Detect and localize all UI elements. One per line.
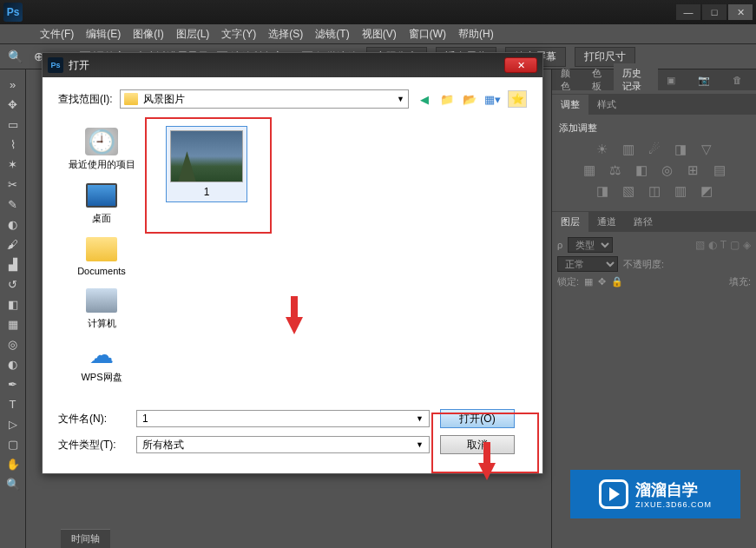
marquee-tool-icon[interactable]: ▭ <box>3 115 23 134</box>
balance-icon[interactable]: ⚖ <box>607 162 624 178</box>
collapse-icon[interactable]: » <box>3 75 23 94</box>
wand-tool-icon[interactable]: ✶ <box>3 155 23 174</box>
lock-pixels-icon[interactable]: ▦ <box>584 276 593 287</box>
tab-layers[interactable]: 图层 <box>552 212 588 232</box>
layers-panel-tabs: 图层 通道 路径 <box>552 211 756 232</box>
filetype-label: 文件类型(T): <box>58 438 126 452</box>
path-tool-icon[interactable]: ▷ <box>3 414 23 433</box>
menu-view[interactable]: 视图(V) <box>357 25 402 43</box>
menu-image[interactable]: 图像(I) <box>128 25 168 43</box>
minimize-button[interactable]: — <box>676 4 700 20</box>
mixer-icon[interactable]: ⊞ <box>685 162 702 178</box>
place-recent[interactable]: 🕘 最近使用的项目 <box>62 124 141 175</box>
opacity-label: 不透明度: <box>623 258 664 271</box>
blend-mode-select[interactable]: 正常 <box>557 256 618 272</box>
place-computer[interactable]: 计算机 <box>62 283 141 333</box>
layer-filter-select[interactable]: 类型 <box>568 237 613 253</box>
gradient-map-icon[interactable]: ▥ <box>672 183 689 199</box>
new-snapshot-icon[interactable]: ▣ <box>658 71 684 89</box>
filetype-value: 所有格式 <box>142 438 184 452</box>
menu-bar: 文件(F) 编辑(E) 图像(I) 图层(L) 文字(Y) 选择(S) 滤镜(T… <box>0 24 756 43</box>
lookin-value: 风景图片 <box>143 92 185 107</box>
up-icon[interactable]: 📁 <box>438 90 456 108</box>
levels-icon[interactable]: ▥ <box>620 142 637 157</box>
view-menu-icon[interactable]: ▦▾ <box>483 90 501 108</box>
menu-file[interactable]: 文件(F) <box>35 25 79 43</box>
dialog-close-button[interactable]: ✕ <box>504 57 537 73</box>
tab-adjustments[interactable]: 调整 <box>552 95 588 115</box>
camera-icon[interactable]: 📷 <box>689 71 719 89</box>
dodge-tool-icon[interactable]: ◐ <box>3 354 23 373</box>
hue-icon[interactable]: ▦ <box>581 162 598 178</box>
stamp-tool-icon[interactable]: ▟ <box>3 254 23 274</box>
invert-icon[interactable]: ◨ <box>594 183 611 199</box>
filter-type-icon[interactable]: T <box>720 239 726 251</box>
place-desktop[interactable]: 桌面 <box>62 178 141 228</box>
recent-icon: 🕘 <box>85 128 118 155</box>
gradient-tool-icon[interactable]: ▦ <box>3 314 23 333</box>
crop-tool-icon[interactable]: ✂ <box>3 175 23 194</box>
watermark-url: ZIXUE.3D66.COM <box>635 500 712 509</box>
cancel-button[interactable]: 取消 <box>440 435 515 454</box>
color-panel-tabs: 颜色 色板 历史记录 ▣ 📷 🗑 <box>552 69 756 90</box>
maximize-button[interactable]: □ <box>702 4 726 20</box>
menu-filter[interactable]: 滤镜(T) <box>310 25 354 43</box>
trash-icon[interactable]: 🗑 <box>724 71 751 89</box>
timeline-tab[interactable]: 时间轴 <box>61 529 110 548</box>
zoom-tool2-icon[interactable]: 🔍 <box>3 474 23 493</box>
blur-tool-icon[interactable]: ◎ <box>3 334 23 353</box>
file-list-area[interactable]: 1 <box>145 121 527 409</box>
type-tool-icon[interactable]: T <box>3 394 23 413</box>
filter-shape-icon[interactable]: ▢ <box>730 239 740 251</box>
bw-icon[interactable]: ◧ <box>633 162 650 178</box>
lasso-tool-icon[interactable]: ⌇ <box>3 135 23 154</box>
posterize-icon[interactable]: ▧ <box>620 183 637 199</box>
menu-window[interactable]: 窗口(W) <box>404 25 451 43</box>
lookin-combobox[interactable]: 风景图片 ▼ <box>120 89 409 109</box>
photofilter-icon[interactable]: ◎ <box>659 162 676 178</box>
healing-tool-icon[interactable]: ◐ <box>3 215 23 234</box>
exposure-icon[interactable]: ◨ <box>672 142 689 157</box>
filter-adjust-icon[interactable]: ◐ <box>708 239 717 251</box>
selective-icon[interactable]: ◩ <box>698 183 715 199</box>
curves-icon[interactable]: ☄ <box>646 142 663 157</box>
brightness-icon[interactable]: ☀ <box>594 142 611 157</box>
tab-channels[interactable]: 通道 <box>588 212 625 232</box>
app-logo: Ps <box>3 3 23 22</box>
vibrance-icon[interactable]: ▽ <box>698 142 715 157</box>
shape-tool-icon[interactable]: ▢ <box>3 434 23 453</box>
filter-smart-icon[interactable]: ◈ <box>743 239 751 251</box>
dialog-titlebar: Ps 打开 ✕ <box>43 53 542 77</box>
menu-type[interactable]: 文字(Y) <box>216 25 261 43</box>
new-folder-icon[interactable]: 📂 <box>461 90 478 108</box>
move-tool-icon[interactable]: ✥ <box>3 95 23 114</box>
close-button[interactable]: ✕ <box>728 4 753 20</box>
open-button[interactable]: 打开(O) <box>440 409 515 428</box>
menu-help[interactable]: 帮助(H) <box>453 25 499 43</box>
tab-paths[interactable]: 路径 <box>625 212 661 232</box>
place-wps[interactable]: ☁ WPS网盘 <box>62 337 141 387</box>
hand-tool-icon[interactable]: ✋ <box>3 454 23 473</box>
lookup-icon[interactable]: ▤ <box>711 162 728 178</box>
threshold-icon[interactable]: ◫ <box>646 183 663 199</box>
back-icon[interactable]: ◀ <box>416 90 433 108</box>
place-documents[interactable]: Documents <box>62 232 141 280</box>
filetype-combobox[interactable]: 所有格式 ▼ <box>136 436 430 453</box>
cloud-icon: ☁ <box>85 340 118 368</box>
brush-tool-icon[interactable]: 🖌 <box>3 234 23 254</box>
tab-styles[interactable]: 样式 <box>588 95 625 115</box>
menu-edit[interactable]: 编辑(E) <box>81 25 126 43</box>
menu-layer[interactable]: 图层(L) <box>171 25 215 43</box>
file-item-1[interactable]: 1 <box>166 126 247 202</box>
menu-select[interactable]: 选择(S) <box>263 25 308 43</box>
filename-combobox[interactable]: 1 ▼ <box>136 410 430 427</box>
eraser-tool-icon[interactable]: ◧ <box>3 294 23 314</box>
favorites-icon[interactable]: ⭐ <box>508 90 527 108</box>
pen-tool-icon[interactable]: ✒ <box>3 374 23 393</box>
history-brush-icon[interactable]: ↺ <box>3 274 23 294</box>
filter-pixel-icon[interactable]: ▧ <box>695 239 705 251</box>
zoom-tool-icon[interactable]: 🔍 <box>7 49 23 64</box>
eyedropper-tool-icon[interactable]: ✎ <box>3 195 23 214</box>
lock-all-icon[interactable]: 🔒 <box>611 276 623 287</box>
lock-position-icon[interactable]: ✥ <box>598 276 606 287</box>
